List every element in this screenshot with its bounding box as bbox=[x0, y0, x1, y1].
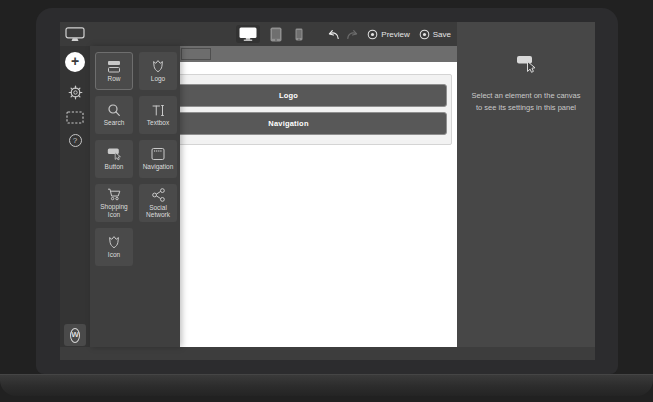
element-tile-label: Logo bbox=[151, 75, 165, 83]
save-label: Save bbox=[433, 30, 451, 39]
element-tile-label: Button bbox=[105, 163, 124, 171]
element-tile-button[interactable]: Button bbox=[95, 140, 133, 178]
undo-icon bbox=[326, 28, 340, 40]
laptop-screen-bezel: Logo Navigation bbox=[36, 8, 618, 374]
question-icon: ? bbox=[69, 134, 82, 147]
display-icon bbox=[65, 27, 85, 42]
preview-label: Preview bbox=[381, 30, 409, 39]
history-controls bbox=[326, 28, 360, 40]
element-tile-label: Row bbox=[107, 75, 120, 83]
elements-panel: Row Logo bbox=[90, 46, 180, 347]
add-elements-button[interactable]: + bbox=[65, 52, 85, 84]
navigation-window-icon bbox=[151, 147, 165, 161]
device-phone-button[interactable] bbox=[292, 26, 306, 43]
wordpress-exit-button[interactable]: W bbox=[64, 324, 86, 346]
search-icon bbox=[107, 103, 121, 117]
shopping-cart-icon bbox=[107, 188, 122, 201]
element-tile-textbox[interactable]: Textbox bbox=[139, 96, 177, 134]
redo-button[interactable] bbox=[346, 28, 360, 40]
element-tile-row[interactable]: Row bbox=[95, 52, 133, 90]
save-button[interactable]: Save bbox=[419, 29, 451, 40]
row-handle-tab[interactable] bbox=[181, 48, 211, 60]
device-desktop-button[interactable] bbox=[236, 25, 260, 43]
element-tile-label: Social Network bbox=[140, 204, 176, 219]
gear-icon bbox=[67, 84, 84, 101]
help-button[interactable]: ? bbox=[69, 134, 82, 147]
device-tablet-button[interactable] bbox=[267, 25, 285, 44]
redo-icon bbox=[346, 28, 360, 40]
textbox-icon bbox=[151, 104, 165, 117]
save-icon bbox=[419, 29, 430, 40]
dashed-rect-icon bbox=[66, 111, 84, 124]
settings-message-line2: to see its settings in this panel bbox=[457, 102, 595, 114]
undo-button[interactable] bbox=[326, 28, 340, 40]
laptop-base bbox=[0, 374, 653, 396]
preview-button[interactable]: Preview bbox=[367, 29, 409, 40]
share-icon bbox=[152, 188, 165, 202]
settings-message-line1: Select an element on the canvas bbox=[457, 90, 595, 102]
settings-panel: Select an element on the canvas to see i… bbox=[457, 22, 595, 347]
canvas-size-button[interactable] bbox=[66, 111, 84, 124]
website-builder-app: Logo Navigation bbox=[60, 22, 595, 347]
laptop-mockup: Logo Navigation bbox=[0, 0, 653, 402]
element-tile-icon[interactable]: Icon bbox=[95, 228, 133, 266]
screen-background: Logo Navigation bbox=[60, 22, 595, 360]
element-tile-navigation[interactable]: Navigation bbox=[139, 140, 177, 178]
element-tile-label: Textbox bbox=[147, 119, 169, 127]
element-tile-logo[interactable]: Logo bbox=[139, 52, 177, 90]
device-switcher bbox=[236, 25, 306, 44]
row-icon bbox=[107, 60, 121, 73]
wordpress-icon: W bbox=[70, 328, 80, 343]
element-tile-label: Shopping Icon bbox=[96, 203, 132, 218]
element-tile-social-network[interactable]: Social Network bbox=[139, 184, 177, 222]
element-tile-label: Navigation bbox=[143, 163, 174, 171]
logo-shield-icon bbox=[151, 59, 165, 73]
button-cursor-icon bbox=[107, 147, 122, 161]
plus-icon: + bbox=[65, 52, 85, 72]
site-settings-button[interactable] bbox=[67, 84, 84, 101]
element-tile-search[interactable]: Search bbox=[95, 96, 133, 134]
element-tile-label: Icon bbox=[108, 251, 120, 259]
element-tile-shopping-icon[interactable]: Shopping Icon bbox=[95, 184, 133, 222]
phone-icon bbox=[295, 28, 303, 41]
left-sidebar: + bbox=[60, 46, 90, 347]
tablet-icon bbox=[270, 27, 282, 42]
top-toolbar: Preview Save bbox=[60, 22, 457, 46]
desktop-icon bbox=[239, 27, 257, 41]
shield-icon bbox=[107, 235, 121, 249]
canvas-element-label: Logo bbox=[279, 91, 298, 100]
canvas-element-label: Navigation bbox=[268, 119, 308, 128]
element-tile-label: Search bbox=[104, 119, 125, 127]
preview-icon bbox=[367, 29, 378, 40]
button-cursor-icon bbox=[516, 54, 537, 74]
